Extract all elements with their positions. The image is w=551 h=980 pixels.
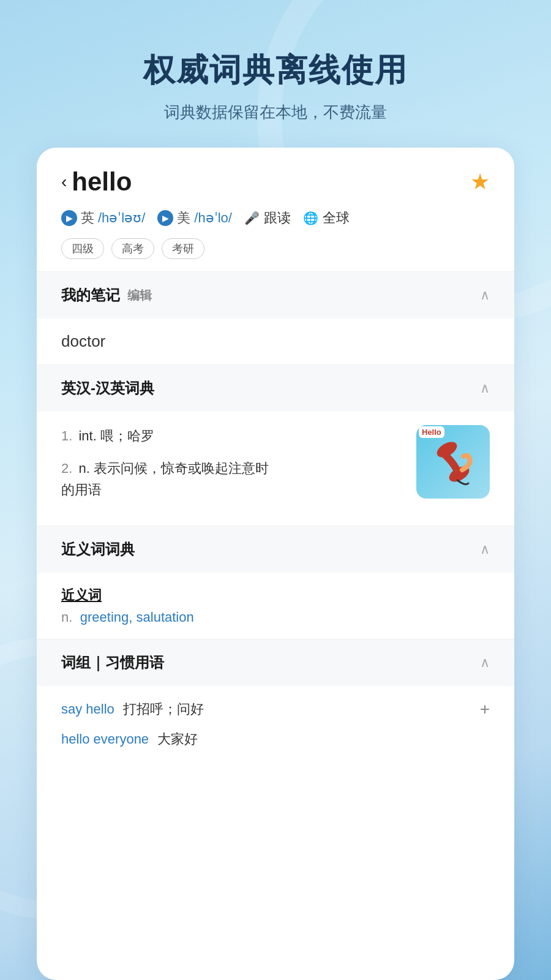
synonyms-body: 近义词 n. greeting, salutation (37, 573, 514, 639)
phrases-section-title: 词组｜习惯用语 (61, 653, 164, 673)
dictionary-card: ‹ hello ★ ▶ 英 /həˈləʊ/ ▶ 美 /həˈlo/ 🎤 跟读 … (37, 148, 514, 980)
american-label: 美 (177, 209, 190, 227)
exam-tags-row: 四级 高考 考研 (61, 238, 490, 259)
notes-section: 我的笔记 编辑 ∧ doctor (37, 272, 514, 364)
notes-collapse-icon[interactable]: ∧ (480, 287, 490, 303)
american-pronunciation[interactable]: ▶ 美 /həˈlo/ (157, 209, 232, 227)
phrase-1-chinese: 打招呼；问好 (123, 700, 204, 718)
hero-section: 权威词典离线使用 词典数据保留在本地，不费流量 (119, 0, 432, 148)
hero-title: 权威词典离线使用 (143, 49, 408, 92)
notes-edit-button[interactable]: 编辑 (127, 287, 152, 304)
hello-label: Hello (419, 426, 444, 438)
phrase-item-2: hello everyone 大家好 (61, 730, 490, 748)
synonym-words[interactable]: greeting, salutation (80, 609, 194, 625)
synonyms-section-title: 近义词词典 (61, 540, 135, 559)
microphone-icon: 🎤 (244, 210, 260, 226)
back-button[interactable]: ‹ (61, 172, 67, 192)
follow-read-label: 跟读 (264, 209, 291, 227)
dictionary-collapse-icon[interactable]: ∧ (480, 380, 490, 396)
global-label: 全球 (323, 209, 350, 227)
phrases-section: 词组｜习惯用语 ∧ say hello 打招呼；问好 + hello every… (37, 639, 514, 773)
word-header: ‹ hello ★ ▶ 英 /həˈləʊ/ ▶ 美 /həˈlo/ 🎤 跟读 … (37, 148, 514, 271)
synonym-entry: n. greeting, salutation (61, 609, 490, 625)
tag-kaoyan: 考研 (162, 238, 204, 259)
phrase-2-english[interactable]: hello everyone (61, 731, 149, 747)
dictionary-section: 英汉-汉英词典 ∧ 1. int. 喂；哈罗 2. n. 表示问候，惊奇或唤起注… (37, 365, 514, 526)
british-audio-icon[interactable]: ▶ (61, 210, 77, 226)
pronunciation-row: ▶ 英 /həˈləʊ/ ▶ 美 /həˈlo/ 🎤 跟读 🌐 全球 (61, 209, 490, 227)
british-pronunciation[interactable]: ▶ 英 /həˈləʊ/ (61, 209, 145, 227)
synonyms-section-header: 近义词词典 ∧ (37, 526, 514, 573)
definition-1: 1. int. 喂；哈罗 (61, 425, 404, 447)
phrase-item-1: say hello 打招呼；问好 + (61, 699, 490, 719)
notes-content: doctor (61, 332, 490, 351)
notes-body: doctor (37, 318, 514, 364)
word-title: hello (72, 167, 132, 197)
phrases-body: say hello 打招呼；问好 + hello everyone 大家好 (37, 686, 514, 773)
british-label: 英 (81, 209, 94, 227)
synonym-label: 近义词 (61, 586, 490, 605)
synonyms-section: 近义词词典 ∧ 近义词 n. greeting, salutation (37, 526, 514, 639)
phrases-section-header: 词组｜习惯用语 ∧ (37, 639, 514, 686)
tag-cet4: 四级 (61, 238, 104, 259)
phrase-1-english[interactable]: say hello (61, 701, 114, 717)
notes-section-header: 我的笔记 编辑 ∧ (37, 272, 514, 318)
hero-subtitle: 词典数据保留在本地，不费流量 (143, 102, 408, 123)
phrase-1-add-icon[interactable]: + (480, 699, 490, 719)
synonym-pos: n. (61, 609, 72, 625)
dictionary-image: Hello (416, 425, 490, 499)
tag-gaokao: 高考 (111, 238, 154, 259)
globe-icon: 🌐 (303, 210, 319, 226)
dictionary-section-header: 英汉-汉英词典 ∧ (37, 365, 514, 412)
british-phonetic: /həˈləʊ/ (98, 210, 145, 226)
favorite-star-icon[interactable]: ★ (470, 169, 490, 195)
phrase-2-chinese: 大家好 (157, 730, 198, 748)
phone-svg (425, 434, 481, 489)
notes-section-title: 我的笔记 编辑 (61, 285, 152, 305)
american-phonetic: /həˈlo/ (194, 210, 232, 226)
dictionary-section-title: 英汉-汉英词典 (61, 379, 154, 398)
definitions-list: 1. int. 喂；哈罗 2. n. 表示问候，惊奇或唤起注意时的用语 (61, 425, 404, 512)
american-audio-icon[interactable]: ▶ (157, 210, 173, 226)
global-button[interactable]: 🌐 全球 (303, 209, 350, 227)
follow-read-button[interactable]: 🎤 跟读 (244, 209, 291, 227)
synonyms-collapse-icon[interactable]: ∧ (480, 541, 490, 557)
dictionary-body: 1. int. 喂；哈罗 2. n. 表示问候，惊奇或唤起注意时的用语 Hell… (37, 412, 514, 526)
definition-2: 2. n. 表示问候，惊奇或唤起注意时的用语 (61, 458, 404, 500)
phrases-collapse-icon[interactable]: ∧ (480, 655, 490, 671)
